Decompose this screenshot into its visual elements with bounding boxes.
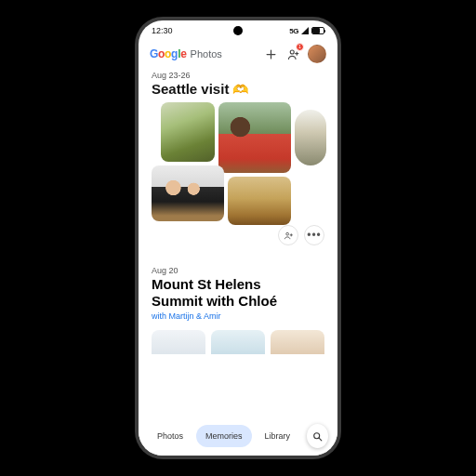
- signal-icon: [301, 27, 309, 34]
- photo-thumbnail[interactable]: [211, 330, 265, 354]
- search-icon: [311, 430, 324, 443]
- notification-badge: 1: [296, 43, 304, 51]
- memory-card-seattle[interactable]: Aug 23-26 Seattle visit 🫶: [152, 71, 324, 245]
- memory-actions: •••: [278, 225, 324, 245]
- nav-library[interactable]: Library: [256, 425, 300, 447]
- ellipsis-icon: •••: [307, 231, 322, 240]
- status-bar: 12:30 5G: [139, 20, 337, 41]
- sharing-button[interactable]: 1: [285, 46, 300, 61]
- photo-thumbnail[interactable]: [228, 177, 291, 225]
- screen: 12:30 5G Google Photos 1: [139, 20, 337, 456]
- photo-thumbnail[interactable]: [218, 102, 291, 173]
- memory-card-mount-st-helens[interactable]: Aug 20 Mount St Helens Summit with Chloé…: [152, 266, 324, 354]
- memories-feed[interactable]: Aug 23-26 Seattle visit 🫶: [139, 69, 337, 413]
- clock: 12:30: [152, 26, 173, 35]
- battery-icon: [311, 27, 324, 34]
- account-avatar[interactable]: [308, 45, 326, 63]
- photo-thumbnail[interactable]: [152, 165, 224, 221]
- heart-hands-emoji: 🫶: [232, 83, 248, 96]
- photo-collage: •••: [152, 102, 324, 245]
- photo-thumbnail[interactable]: [271, 330, 324, 354]
- person-add-icon: [284, 231, 294, 241]
- svg-point-1: [285, 232, 288, 235]
- search-button[interactable]: [307, 424, 328, 448]
- memory-collaborators-link[interactable]: with Martijn & Amir: [152, 311, 324, 321]
- photo-thumbnail[interactable]: [152, 330, 205, 354]
- memory-title: Mount St Helens Summit with Chloé: [152, 276, 324, 309]
- memory-date: Aug 20: [152, 266, 324, 275]
- app-logo: Google Photos: [150, 47, 222, 60]
- photo-thumbnail[interactable]: [295, 110, 326, 165]
- bottom-nav: Photos Memories Library: [139, 416, 337, 456]
- add-people-button[interactable]: [278, 225, 298, 245]
- plus-icon: [264, 47, 278, 61]
- photo-thumbnail[interactable]: [161, 102, 215, 162]
- front-camera-cutout: [233, 26, 243, 35]
- app-name: Photos: [191, 48, 222, 60]
- memory-title: Seattle visit 🫶: [152, 81, 324, 97]
- status-icons: 5G: [289, 27, 324, 35]
- create-button[interactable]: [263, 46, 278, 61]
- nav-photos[interactable]: Photos: [148, 425, 192, 447]
- network-label: 5G: [289, 27, 298, 35]
- app-bar: Google Photos 1: [139, 41, 337, 69]
- photo-collage-peek: [152, 330, 324, 354]
- nav-memories[interactable]: Memories: [196, 425, 252, 447]
- svg-point-0: [290, 50, 294, 54]
- more-options-button[interactable]: •••: [304, 225, 324, 245]
- google-wordmark: Google: [150, 47, 187, 60]
- memory-date: Aug 23-26: [152, 71, 324, 80]
- phone-frame: 12:30 5G Google Photos 1: [135, 17, 341, 459]
